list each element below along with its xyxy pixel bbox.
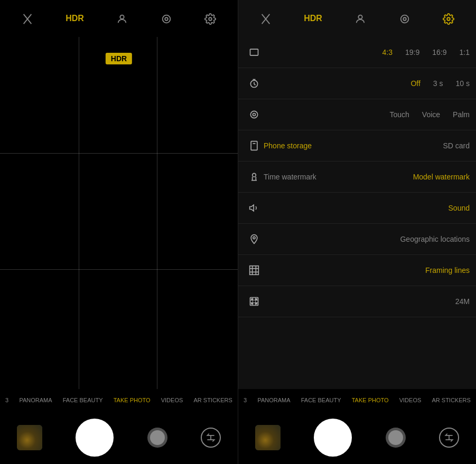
- geo-row: Geographic locations: [238, 224, 476, 255]
- resolution-icon: [245, 296, 264, 307]
- sound-row: Sound: [238, 193, 476, 224]
- mode-ar-stickers[interactable]: AR STICKERS: [193, 397, 232, 403]
- timer-icon: [245, 78, 264, 89]
- svg-point-14: [250, 111, 257, 118]
- storage-phone[interactable]: Phone storage: [264, 141, 312, 150]
- settings-spacer: [238, 317, 476, 389]
- right-mode-3[interactable]: 3: [244, 397, 247, 403]
- effect-button[interactable]: [147, 428, 167, 448]
- sound-option[interactable]: Sound: [449, 204, 470, 212]
- svg-point-11: [447, 17, 450, 21]
- right-effect-button[interactable]: [386, 428, 406, 448]
- capture-icon: [245, 109, 264, 120]
- storage-options: Phone storage SD card: [264, 141, 470, 150]
- gallery-thumbnail[interactable]: [17, 425, 42, 450]
- right-bottom-controls: [238, 411, 476, 464]
- watermark-icon: [245, 172, 264, 182]
- left-mode-bar: 3 PANORAMA FACE BEAUTY TAKE PHOTO VIDEOS…: [0, 389, 238, 411]
- right-mode-videos[interactable]: VIDEOS: [399, 397, 422, 403]
- right-shutter-button[interactable]: [314, 419, 352, 457]
- right-mode-ar-stickers[interactable]: AR STICKERS: [432, 397, 470, 403]
- resolution-row: 24M: [238, 286, 476, 317]
- framing-option[interactable]: Framing lines: [425, 266, 470, 274]
- grid-line-h1: [0, 153, 238, 154]
- mode-videos[interactable]: VIDEOS: [161, 397, 183, 403]
- mode-face-beauty[interactable]: FACE BEAUTY: [63, 397, 103, 403]
- ratio-19-9[interactable]: 19:9: [405, 48, 419, 56]
- mode-take-photo[interactable]: TAKE PHOTO: [114, 397, 151, 403]
- svg-rect-28: [256, 299, 257, 300]
- right-gallery-thumbnail[interactable]: [255, 425, 281, 450]
- flash-icon-right[interactable]: [260, 12, 272, 25]
- watermark-row: Time watermark Model watermark: [238, 162, 476, 193]
- right-mode-take-photo[interactable]: TAKE PHOTO: [352, 397, 389, 403]
- geo-option[interactable]: Geographic locations: [400, 235, 470, 243]
- sound-options: Sound: [264, 204, 470, 212]
- svg-point-18: [253, 173, 256, 177]
- sound-icon: [245, 203, 264, 213]
- right-top-bar: HDR: [238, 0, 476, 37]
- framing-icon: [245, 265, 264, 276]
- settings-icon-right[interactable]: [443, 12, 454, 25]
- svg-rect-30: [256, 303, 257, 305]
- portrait-icon-right[interactable]: [354, 12, 366, 25]
- svg-point-20: [253, 236, 255, 239]
- grid-line-h2: [0, 269, 238, 270]
- svg-point-4: [165, 17, 168, 21]
- flash-icon[interactable]: [22, 12, 33, 25]
- mode-3[interactable]: 3: [5, 397, 8, 403]
- left-panel: HDR HDR 3 PANORAMA FACE BEAUTY: [0, 0, 238, 464]
- svg-point-15: [253, 113, 256, 116]
- capture-palm[interactable]: Palm: [453, 110, 470, 119]
- portrait-icon[interactable]: [116, 12, 128, 25]
- storage-sd[interactable]: SD card: [443, 141, 470, 150]
- svg-marker-19: [250, 205, 254, 211]
- svg-point-10: [403, 17, 406, 21]
- capture-voice[interactable]: Voice: [422, 110, 440, 119]
- watermark-model[interactable]: Model watermark: [413, 173, 470, 181]
- ratio-4-3[interactable]: 4:3: [382, 48, 393, 56]
- resolution-options: 24M: [264, 297, 470, 306]
- left-hdr-button[interactable]: HDR: [66, 14, 84, 23]
- svg-rect-16: [251, 141, 257, 150]
- right-mode-panorama[interactable]: PANORAMA: [257, 397, 290, 403]
- mode-panorama[interactable]: PANORAMA: [19, 397, 52, 403]
- geo-options: Geographic locations: [264, 235, 470, 243]
- svg-point-3: [162, 15, 170, 23]
- left-top-bar: HDR: [0, 0, 238, 37]
- camera-mode-icon-right[interactable]: [399, 12, 410, 25]
- settings-icon-left[interactable]: [204, 12, 216, 25]
- svg-rect-29: [251, 303, 253, 305]
- flip-camera-button[interactable]: [201, 428, 221, 448]
- aspect-ratio-row: 4:3 19:9 16:9 1:1: [238, 37, 476, 68]
- timer-row: Off 3 s 10 s: [238, 68, 476, 99]
- right-hdr-button[interactable]: HDR: [304, 14, 322, 23]
- hdr-badge: HDR: [106, 53, 132, 64]
- timer-off[interactable]: Off: [410, 79, 420, 88]
- grid-line-v2: [157, 37, 157, 389]
- resolution-24m[interactable]: 24M: [455, 297, 470, 306]
- right-mode-bar: 3 PANORAMA FACE BEAUTY TAKE PHOTO VIDEOS…: [238, 389, 476, 411]
- right-panel: HDR 4:3 19:9 16:9: [238, 0, 476, 464]
- camera-viewfinder[interactable]: HDR: [0, 37, 238, 389]
- shutter-button[interactable]: [76, 419, 114, 457]
- watermark-time[interactable]: Time watermark: [264, 173, 316, 181]
- timer-3s[interactable]: 3 s: [433, 79, 443, 88]
- svg-rect-12: [250, 49, 258, 55]
- ratio-1-1[interactable]: 1:1: [460, 48, 470, 56]
- right-mode-face-beauty[interactable]: FACE BEAUTY: [301, 397, 341, 403]
- aspect-ratio-options: 4:3 19:9 16:9 1:1: [264, 48, 470, 56]
- ratio-16-9[interactable]: 16:9: [432, 48, 446, 56]
- capture-touch[interactable]: Touch: [389, 110, 409, 119]
- capture-mode-row: Touch Voice Palm: [238, 99, 476, 130]
- framing-row: Framing lines: [238, 255, 476, 286]
- camera-mode-icon[interactable]: [161, 12, 172, 25]
- framing-options: Framing lines: [264, 266, 470, 274]
- aspect-ratio-icon: [245, 47, 264, 58]
- timer-options: Off 3 s 10 s: [264, 79, 470, 88]
- location-icon: [245, 234, 264, 244]
- timer-10s[interactable]: 10 s: [456, 79, 470, 88]
- right-flip-camera-button[interactable]: [439, 428, 459, 448]
- svg-point-8: [359, 15, 362, 19]
- capture-options: Touch Voice Palm: [264, 110, 470, 119]
